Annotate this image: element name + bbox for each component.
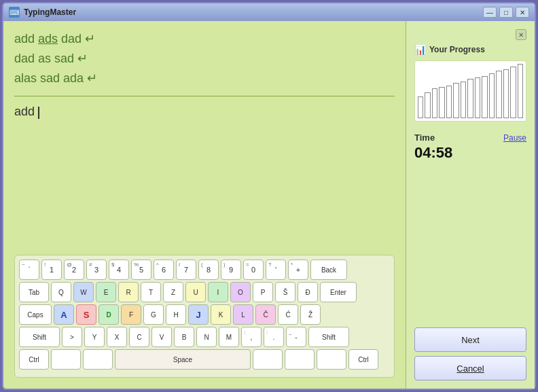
key-fn[interactable] bbox=[285, 349, 315, 370]
chart-bar bbox=[467, 79, 473, 118]
typing-input-area[interactable]: add bbox=[14, 102, 395, 124]
key-r[interactable]: R bbox=[118, 282, 139, 302]
key-minus[interactable]: _- bbox=[286, 327, 306, 347]
key-f[interactable]: F bbox=[121, 304, 141, 325]
progress-chart bbox=[414, 60, 526, 122]
key-0[interactable]: =0 bbox=[243, 260, 264, 280]
key-e[interactable]: E bbox=[96, 282, 116, 302]
key-7[interactable]: /7 bbox=[176, 260, 196, 280]
key-1[interactable]: !1 bbox=[41, 260, 62, 280]
word-add: add bbox=[14, 32, 38, 46]
key-row-1: ~` !1 @2 #3 $4 %5 ^6 /7 (8 )9 =0 ?' *+ B… bbox=[19, 260, 390, 280]
key-row-3: Caps A S D F G H J K L Č Ć Ž bbox=[19, 304, 390, 325]
line3-text: alas sad ada ↵ bbox=[14, 71, 97, 85]
key-backspace[interactable]: Back bbox=[310, 260, 347, 280]
key-caps[interactable]: Caps bbox=[19, 304, 52, 325]
key-2[interactable]: @2 bbox=[64, 260, 84, 280]
progress-label: Your Progress bbox=[429, 45, 485, 54]
key-c-caron[interactable]: Č bbox=[255, 304, 276, 325]
side-buttons: Next Cancel bbox=[414, 327, 526, 380]
app-icon: ⌨ bbox=[9, 7, 20, 18]
maximize-button[interactable]: □ bbox=[499, 7, 513, 18]
key-comma[interactable]: ;, bbox=[241, 327, 262, 347]
key-s[interactable]: S bbox=[76, 304, 96, 325]
key-t[interactable]: T bbox=[141, 282, 161, 302]
key-v[interactable]: V bbox=[151, 327, 172, 347]
key-s-caron[interactable]: Š bbox=[275, 282, 295, 302]
text-cursor bbox=[38, 107, 39, 119]
key-y[interactable]: Y bbox=[84, 327, 105, 347]
chart-bar bbox=[432, 88, 437, 118]
key-alt-left[interactable] bbox=[83, 349, 113, 370]
cancel-button[interactable]: Cancel bbox=[414, 356, 526, 380]
key-g[interactable]: G bbox=[143, 304, 164, 325]
key-k[interactable]: K bbox=[211, 304, 231, 325]
key-x[interactable]: X bbox=[107, 327, 127, 347]
key-shift-right[interactable]: Shift bbox=[308, 327, 349, 347]
chart-bar bbox=[518, 64, 523, 118]
key-j[interactable]: J bbox=[188, 304, 209, 325]
key-9[interactable]: )9 bbox=[221, 260, 241, 280]
chart-bar bbox=[475, 77, 480, 118]
key-alt-right[interactable] bbox=[253, 349, 283, 370]
chart-bar bbox=[425, 92, 430, 118]
key-3[interactable]: #3 bbox=[86, 260, 107, 280]
key-tilde[interactable]: ~` bbox=[19, 260, 39, 280]
word-dad: dad ↵ bbox=[58, 32, 95, 46]
key-l[interactable]: L bbox=[233, 304, 253, 325]
key-plus[interactable]: *+ bbox=[288, 260, 308, 280]
main-panel: add ads dad ↵ dad as sad ↵ alas sad ada … bbox=[3, 21, 406, 389]
key-o[interactable]: O bbox=[230, 282, 251, 302]
side-close-button[interactable]: ✕ bbox=[516, 29, 526, 40]
key-b[interactable]: B bbox=[174, 327, 194, 347]
key-space[interactable]: Space bbox=[115, 349, 251, 370]
key-n[interactable]: N bbox=[196, 327, 217, 347]
time-header: Time Pause bbox=[414, 132, 526, 143]
progress-title: 📊 Your Progress bbox=[414, 44, 526, 55]
key-c-acute[interactable]: Ć bbox=[278, 304, 298, 325]
key-c[interactable]: C bbox=[129, 327, 149, 347]
side-panel: ✕ 📊 Your Progress Time Pause 04:58 Next … bbox=[406, 21, 535, 389]
key-8[interactable]: (8 bbox=[198, 260, 219, 280]
key-menu[interactable] bbox=[317, 349, 346, 370]
close-button[interactable]: ✕ bbox=[516, 7, 529, 18]
key-ctrl-right[interactable]: Ctrl bbox=[348, 349, 378, 370]
next-button[interactable]: Next bbox=[414, 327, 526, 352]
minimize-button[interactable]: — bbox=[483, 7, 497, 18]
main-window: ⌨ TypingMaster — □ ✕ add ads dad ↵ dad a… bbox=[2, 2, 536, 390]
chart-bar bbox=[418, 96, 423, 118]
key-quote[interactable]: ?' bbox=[266, 260, 286, 280]
key-i[interactable]: I bbox=[208, 282, 228, 302]
key-d-stroke[interactable]: Đ bbox=[298, 282, 318, 302]
key-z-caron[interactable]: Ž bbox=[300, 304, 321, 325]
text-display: add ads dad ↵ dad as sad ↵ alas sad ada … bbox=[14, 29, 395, 88]
key-6[interactable]: ^6 bbox=[154, 260, 174, 280]
key-w[interactable]: W bbox=[73, 282, 94, 302]
key-d[interactable]: D bbox=[98, 304, 119, 325]
key-gt[interactable]: > bbox=[62, 327, 82, 347]
key-q[interactable]: Q bbox=[51, 282, 71, 302]
typed-text: add bbox=[14, 105, 38, 118]
key-4[interactable]: $4 bbox=[109, 260, 129, 280]
key-z[interactable]: Z bbox=[163, 282, 183, 302]
key-ctrl-left[interactable]: Ctrl bbox=[19, 349, 49, 370]
time-section: Time Pause 04:58 bbox=[414, 132, 526, 162]
content-area: add ads dad ↵ dad as sad ↵ alas sad ada … bbox=[3, 21, 535, 389]
chart-bar bbox=[446, 86, 452, 118]
key-win[interactable] bbox=[51, 349, 81, 370]
pause-link[interactable]: Pause bbox=[503, 133, 526, 143]
key-a[interactable]: A bbox=[54, 304, 74, 325]
key-period[interactable]: :. bbox=[264, 327, 284, 347]
key-m[interactable]: M bbox=[219, 327, 239, 347]
key-5[interactable]: %5 bbox=[131, 260, 151, 280]
key-row-4: Shift > Y X C V B N M ;, :. _- Shift bbox=[19, 327, 390, 347]
key-shift-left[interactable]: Shift bbox=[19, 327, 60, 347]
key-row-2: Tab Q W E R T Z U I O P Š Đ Enter bbox=[19, 282, 390, 302]
app-title: TypingMaster bbox=[24, 7, 483, 17]
key-tab[interactable]: Tab bbox=[19, 282, 49, 302]
key-h[interactable]: H bbox=[166, 304, 186, 325]
key-enter[interactable]: Enter bbox=[320, 282, 357, 302]
key-u[interactable]: U bbox=[185, 282, 206, 302]
key-p[interactable]: P bbox=[253, 282, 273, 302]
title-bar: ⌨ TypingMaster — □ ✕ bbox=[3, 3, 535, 21]
